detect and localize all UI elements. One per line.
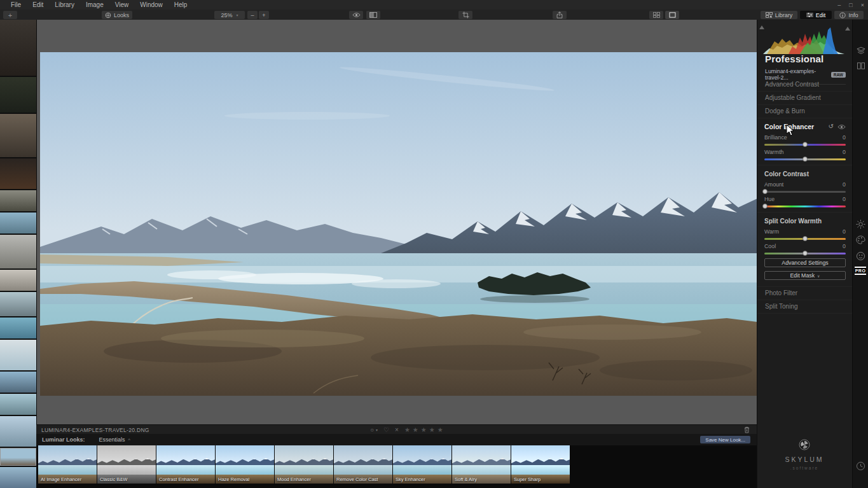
- slider-thumb[interactable]: [803, 236, 808, 241]
- filmstrip-thumbnail-13[interactable]: [0, 394, 36, 415]
- visibility-toggle-icon[interactable]: [837, 124, 846, 130]
- professional-tools-button[interactable]: PRO: [855, 267, 866, 275]
- look-haze-removal[interactable]: Haze Removal: [216, 445, 274, 484]
- window-controls: – □ ×: [837, 0, 864, 10]
- zoom-out-button[interactable]: –: [247, 11, 258, 19]
- filter-dodge-burn[interactable]: Dodge & Burn: [757, 105, 853, 118]
- add-photos-button[interactable]: +: [3, 11, 17, 19]
- menu-view[interactable]: View: [109, 1, 135, 8]
- slider-thumb[interactable]: [762, 189, 768, 194]
- star-icon[interactable]: ★: [429, 426, 436, 433]
- hue-slider[interactable]: [764, 206, 846, 207]
- look-sky-enhancer[interactable]: Sky Enhancer: [393, 445, 451, 484]
- preview-water: [452, 465, 511, 475]
- main-photo[interactable]: [40, 52, 757, 396]
- filmstrip-thumbnail-1[interactable]: [0, 20, 36, 76]
- edit-mask-button[interactable]: Edit Mask ∨: [764, 271, 846, 280]
- maximize-icon[interactable]: □: [849, 2, 852, 8]
- warm-slider[interactable]: [764, 238, 846, 240]
- menu-help[interactable]: Help: [169, 1, 193, 8]
- tab-library[interactable]: Library: [761, 11, 797, 19]
- filter-adjustable-gradient[interactable]: Adjustable Gradient: [757, 92, 853, 105]
- filmstrip-thumbnail-7[interactable]: [0, 235, 36, 268]
- preview-water: [334, 465, 392, 475]
- save-new-look-button[interactable]: Save New Look...: [700, 436, 750, 443]
- star-icon[interactable]: ★: [421, 426, 427, 433]
- filmstrip-thumbnail-3[interactable]: [0, 114, 36, 157]
- menu-window[interactable]: Window: [134, 1, 169, 8]
- section-title[interactable]: Color Enhancer: [764, 123, 814, 130]
- slider-thumb[interactable]: [803, 157, 808, 162]
- filmstrip-thumbnail-15[interactable]: [0, 448, 36, 466]
- history-clock-button[interactable]: [853, 461, 868, 471]
- essentials-tools-button[interactable]: [853, 220, 868, 229]
- tab-info[interactable]: Info: [834, 11, 864, 19]
- preview-water: [97, 465, 156, 475]
- look-remove-color-cast[interactable]: Remove Color Cast: [334, 445, 392, 484]
- cool-slider[interactable]: [764, 253, 846, 254]
- look-contrast-enhancer[interactable]: Contrast Enhancer: [156, 445, 215, 484]
- single-view-button[interactable]: [665, 11, 679, 19]
- filmstrip-thumbnail-4[interactable]: [0, 158, 36, 189]
- portrait-tools-button[interactable]: [853, 251, 868, 261]
- gallery-view-button[interactable]: [649, 11, 663, 19]
- look-ai-image-enhancer[interactable]: AI Image Enhancer: [38, 445, 97, 484]
- filmstrip-thumbnail-10[interactable]: [0, 317, 36, 338]
- flag-filter-icon[interactable]: ○: [370, 426, 374, 433]
- look-soft-airy[interactable]: Soft & Airy: [452, 445, 511, 484]
- filmstrip-thumbnail-6[interactable]: [0, 213, 36, 234]
- section-header: Split Color Warmth: [764, 216, 846, 225]
- look-classic-b-w[interactable]: Classic B&W: [97, 445, 156, 484]
- favorite-heart-icon[interactable]: ♡: [383, 426, 389, 433]
- filmstrip-thumbnail-9[interactable]: [0, 292, 36, 316]
- reset-icon[interactable]: ↺: [829, 123, 834, 130]
- filmstrip-thumbnail-8[interactable]: [0, 270, 36, 291]
- quick-preview-button[interactable]: [349, 11, 363, 19]
- brilliance-slider[interactable]: [764, 144, 846, 146]
- crop-tool-button[interactable]: [458, 11, 472, 19]
- filmstrip-thumbnail-14[interactable]: [0, 416, 36, 447]
- filmstrip-thumbnail-11[interactable]: [0, 340, 36, 370]
- slider-row: Warm0: [764, 228, 846, 235]
- slider-thumb[interactable]: [803, 142, 808, 147]
- zoom-in-button[interactable]: +: [259, 11, 269, 19]
- slider-thumb[interactable]: [803, 251, 808, 256]
- layers-button[interactable]: [853, 46, 868, 55]
- zoom-level-select[interactable]: 25% ▾: [214, 11, 245, 19]
- star-rating[interactable]: ★★★★★: [404, 426, 444, 433]
- compare-button[interactable]: [366, 11, 380, 19]
- menu-library[interactable]: Library: [49, 1, 80, 8]
- menu-image[interactable]: Image: [80, 1, 109, 8]
- looks-collection-select[interactable]: Essentials ^: [99, 436, 130, 443]
- filter-photo-filter[interactable]: Photo Filter: [757, 287, 853, 300]
- close-icon[interactable]: ×: [861, 2, 864, 8]
- menu-file[interactable]: File: [5, 1, 27, 8]
- highlight-clipping-icon[interactable]: [845, 27, 850, 31]
- filter-advanced-contrast[interactable]: Advanced Contrast: [757, 78, 853, 92]
- filter-split-toning[interactable]: Split Toning: [757, 300, 853, 314]
- slider-row: Brilliance0: [764, 134, 846, 141]
- filmstrip-thumbnail-16[interactable]: [0, 467, 36, 488]
- star-icon[interactable]: ★: [404, 426, 411, 433]
- filmstrip-thumbnail-12[interactable]: [0, 372, 36, 393]
- creative-tools-button[interactable]: [853, 235, 868, 244]
- filmstrip-thumbnail-2[interactable]: [0, 77, 36, 113]
- tab-edit[interactable]: Edit: [800, 11, 832, 19]
- filmstrip-thumbnail-5[interactable]: [0, 190, 36, 211]
- menu-edit[interactable]: Edit: [27, 1, 49, 8]
- slider-thumb[interactable]: [762, 204, 768, 209]
- amount-slider[interactable]: [764, 191, 846, 193]
- warmth-slider[interactable]: [764, 158, 846, 160]
- star-icon[interactable]: ★: [413, 426, 419, 433]
- look-super-sharp[interactable]: Super Sharp: [511, 445, 570, 484]
- export-button[interactable]: [553, 11, 567, 19]
- looks-button[interactable]: Looks: [102, 11, 132, 19]
- trash-button[interactable]: [741, 426, 752, 434]
- minimize-icon[interactable]: –: [837, 2, 841, 8]
- star-icon[interactable]: ★: [437, 426, 444, 433]
- histogram[interactable]: [763, 25, 844, 54]
- look-mood-enhancer[interactable]: Mood Enhancer: [275, 445, 333, 484]
- reject-icon[interactable]: ×: [395, 426, 399, 433]
- canvas-split-button[interactable]: [853, 62, 868, 70]
- advanced-settings-button[interactable]: Advanced Settings: [764, 258, 846, 267]
